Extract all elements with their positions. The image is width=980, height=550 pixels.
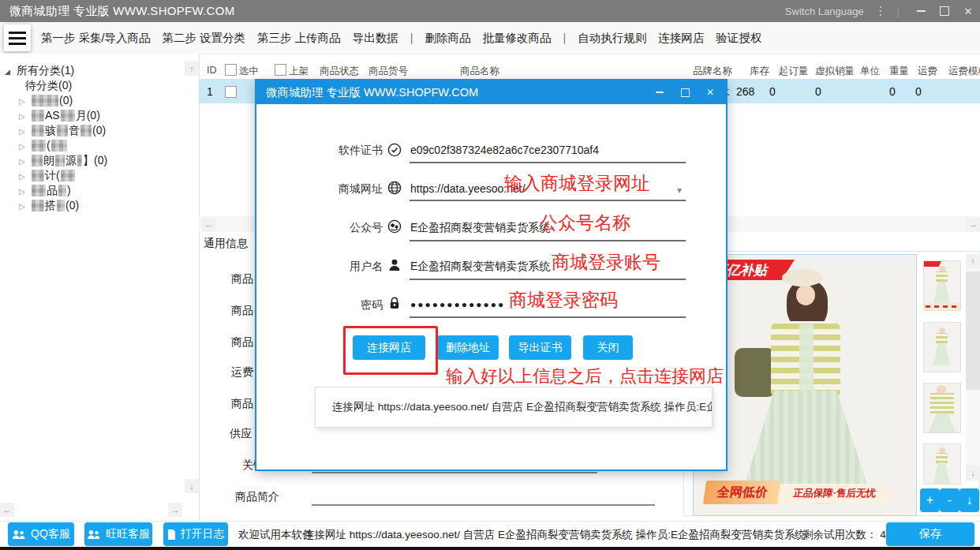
thumbnail-scroll-down-icon[interactable]: ↓ [966,466,980,480]
wangwang-support-button[interactable]: 旺旺客服 [84,522,152,546]
product-thumbnail[interactable] [923,383,961,433]
dialog-titlebar[interactable]: 微商城助理 专业版 WWW.SHOPFW.COM ✕ [256,80,726,104]
col-minorder[interactable]: 起订量 [779,65,809,78]
censored-text [61,170,75,181]
expand-arrow-icon[interactable]: ▷ [19,139,28,154]
password-label: 密码 [301,298,383,312]
col-shipping-template[interactable]: 运费模板 [948,65,980,78]
menu-item-connect-shop[interactable]: 连接网店 [658,31,704,46]
menu-item-step3-upload[interactable]: 第三步 上传商品 [257,31,341,46]
expand-arrow-icon[interactable]: ▷ [19,169,28,184]
download-image-button[interactable]: ↓ [959,488,979,512]
zoom-out-button[interactable]: - [940,488,959,512]
col-brand[interactable]: 品牌名称 [693,65,732,78]
save-button[interactable]: 保存 [886,522,974,546]
qq-support-label: QQ客服 [31,527,70,541]
sidebar-scroll-up-icon[interactable]: ↑ [185,62,199,76]
col-selected[interactable]: 选中 [239,65,259,78]
sidebar-scroll-left-icon[interactable]: ← [0,503,14,517]
expand-arrow-icon[interactable]: ▷ [19,199,28,214]
cell-shipping: 0 [915,85,922,98]
col-shipping[interactable]: 运费 [918,65,937,78]
wangwang-support-label: 旺旺客服 [106,527,150,541]
sidebar-scroll-right-icon[interactable]: → [168,503,182,517]
dialog-minimize-button[interactable] [647,80,672,104]
open-log-button[interactable]: 打开日志 [163,522,228,546]
expand-arrow-icon[interactable]: ▷ [19,94,28,109]
menu-items: 第一步 采集/导入商品 第二步 设置分类 第三步 上传商品 导出数据 | 删除商… [41,22,761,54]
menu-item-verify-auth[interactable]: 验证授权 [716,31,761,46]
tree-item[interactable]: ▷(0) [0,93,181,108]
menu-item-step1-collect[interactable]: 第一步 采集/导入商品 [41,31,151,46]
col-virtual-sales[interactable]: 虚拟销量 [815,65,855,78]
row-checkbox[interactable] [225,86,237,98]
more-options-icon[interactable]: ⋮ [875,4,886,18]
tree-item[interactable]: ▷( [0,138,181,153]
description-input-underline[interactable] [312,504,655,506]
col-id[interactable]: ID [207,65,217,76]
tree-item[interactable]: ◢所有分类(1) [0,63,181,78]
expand-arrow-icon[interactable]: ▷ [19,109,28,124]
dialog-close-button[interactable]: ✕ [698,80,723,104]
tab-general-info[interactable]: 通用信息 [204,237,248,251]
collapse-arrow-icon[interactable]: ◢ [5,65,14,80]
col-stock[interactable]: 库存 [750,65,769,78]
close-button[interactable]: ✕ [956,0,980,22]
expand-arrow-icon[interactable]: ▷ [19,154,28,169]
menu-item-step2-category[interactable]: 第二步 设置分类 [163,31,246,46]
tree-item[interactable]: ▷骇音(0) [0,123,181,138]
password-input[interactable]: ●●●●●●●●●●●●● [410,299,505,310]
thumbnail-scroll-up-icon[interactable]: ↑ [966,254,980,268]
tree-item[interactable]: ▷品) [0,183,181,198]
dialog-maximize-button[interactable] [672,80,698,104]
window-bottom-edge [0,547,980,550]
menu-item-export-data[interactable]: 导出数据 [353,31,398,46]
hamburger-menu-button[interactable] [4,24,31,51]
col-status[interactable]: 商品状态 [320,65,359,78]
sidebar-scroll-down-icon[interactable]: ↓ [185,479,199,493]
select-all-checkbox[interactable] [225,64,237,76]
col-weight[interactable]: 重量 [889,65,909,78]
table-scroll-left-icon[interactable]: ← [202,217,216,231]
col-unit[interactable]: 单位 [860,65,880,78]
official-account-input[interactable]: E企盈招商裂变营销卖货系统 [410,221,550,235]
menu-item-batch-edit[interactable]: 批量修改商品 [482,31,551,46]
dialog-close-action-button[interactable]: 关闭 [583,335,633,360]
col-onsale[interactable]: 上架 [289,65,309,78]
menu-item-auto-rules[interactable]: 自动执行规则 [578,31,646,46]
zoom-in-button[interactable]: + [920,488,940,512]
censored-text [32,110,44,122]
thumbnail-scrollbar-thumb[interactable] [966,271,980,390]
expand-arrow-icon[interactable]: ▷ [19,184,28,199]
tree-item[interactable]: ▷朗源】(0) [0,153,181,168]
tree-item[interactable]: ▷AS月(0) [0,108,181,123]
expand-arrow-icon[interactable]: ▷ [19,124,28,139]
minimize-button[interactable] [909,0,933,22]
product-thumbnail[interactable] [923,443,961,485]
titlebar-separator: | [897,6,900,17]
qq-support-button[interactable]: QQ客服 [8,522,74,546]
keywords-input-underline[interactable] [312,472,597,473]
connection-list-item[interactable]: 连接网址 https://data.yeesoo.net/ 自营店 E企盈招商裂… [315,387,713,428]
official-account-annotation: 公众号名称 [540,211,630,235]
url-dropdown-icon[interactable]: ▾ [677,185,682,196]
cell-minorder: 0 [769,85,776,98]
maximize-button[interactable] [933,0,956,22]
col-name[interactable]: 商品名称 [460,65,499,78]
table-scroll-right-icon[interactable]: → [966,217,980,231]
censored-text [32,125,44,137]
tree-item[interactable]: ▷搭(0) [0,198,181,213]
switch-language-button[interactable]: Switch Language [785,6,864,17]
menu-item-delete-product[interactable]: 删除商品 [425,31,470,46]
onsale-all-checkbox[interactable] [275,64,286,76]
tree-item[interactable]: 待分类(0) [0,78,181,93]
username-input[interactable]: E企盈招商裂变营销卖货系统 [410,260,550,274]
tree-item[interactable]: ▷计( [0,168,181,183]
cert-value[interactable]: e09c02f387324e82a6c7ce2307710af4 [410,144,599,156]
col-sku[interactable]: 商品货号 [368,65,408,78]
product-table-header: ID 选中 上架 商品状态 商品货号 商品名称 品牌名称 库存 起订量 虚拟销量… [199,62,980,79]
delete-address-button[interactable]: 删除地址 [437,335,499,360]
export-cert-button[interactable]: 导出证书 [509,335,571,360]
product-thumbnail[interactable] [923,260,961,311]
product-thumbnail[interactable] [923,322,961,372]
